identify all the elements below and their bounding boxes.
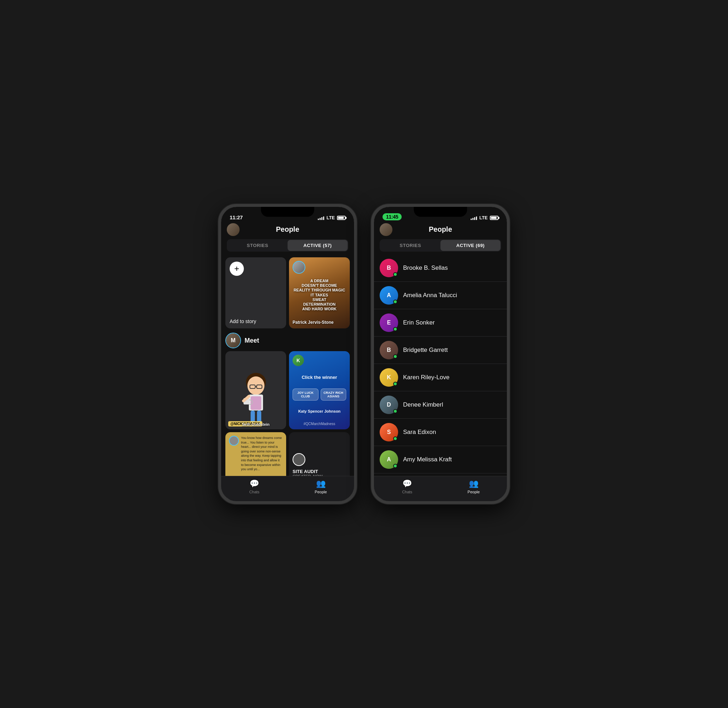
header-avatar-2[interactable]	[380, 223, 392, 236]
amy-online	[393, 464, 397, 468]
meet-row: M Meet	[225, 333, 350, 348]
nav-people-1[interactable]: 👥 People	[287, 479, 354, 494]
brooke-avatar-wrap: B	[380, 259, 398, 277]
text-story-avatar	[229, 436, 239, 446]
poll-options: JOY LUCK CLUB CRAZY RICH ASIANS	[293, 389, 346, 400]
poll-option-2[interactable]: CRAZY RICH ASIANS	[320, 389, 347, 400]
amy-avatar-wrap: A	[380, 450, 398, 469]
chat-icon-2: 💬	[402, 479, 412, 488]
header-1: People	[221, 222, 354, 236]
sara-avatar-wrap: S	[380, 423, 398, 441]
person-brooke[interactable]: B Brooke B. Sellas	[374, 254, 507, 282]
erin-name: Erin Sonker	[403, 319, 435, 326]
erin-avatar-wrap: E	[380, 313, 398, 332]
amy-name: Amy Melissa Kraft	[403, 456, 452, 463]
person-amelia[interactable]: A Amelia Anna Talucci	[374, 282, 507, 309]
status-time-2: 11:45	[383, 213, 402, 221]
page-title-1: People	[276, 225, 299, 234]
dark-card-avatar	[293, 453, 305, 466]
lte-label-2: LTE	[479, 215, 488, 221]
brooke-name: Brooke B. Sellas	[403, 264, 448, 271]
battery-icon-1	[337, 216, 345, 220]
erin-online	[393, 327, 397, 331]
signal-icon-1	[318, 216, 324, 220]
header-avatar-1[interactable]	[227, 223, 239, 236]
denee-avatar-wrap: D	[380, 396, 398, 414]
person-sara[interactable]: S Sara Edixon	[374, 419, 507, 446]
poll-hashtag: #QCMarchMadness	[293, 422, 346, 426]
nav-people-2[interactable]: 👥 People	[441, 479, 507, 494]
person-bridgette[interactable]: B Bridgette Garrett	[374, 337, 507, 364]
amelia-name: Amelia Anna Talucci	[403, 292, 457, 299]
page-title-2: People	[429, 225, 452, 234]
dark-story-card[interactable]: SITE AUDIT CREATED. NOW	[289, 432, 350, 476]
meet-avatar: M	[225, 333, 241, 348]
meet-label: Meet	[245, 337, 259, 344]
katy-name: Katy Spencer Johnson	[293, 409, 346, 413]
brooke-online	[393, 272, 397, 277]
bitmoji-card[interactable]: @NICKYUNACKS Seth Goldstein	[225, 351, 286, 429]
add-story-label: Add to story	[230, 318, 282, 324]
karen-avatar-wrap: K	[380, 368, 398, 387]
poll-title: Click the winner	[293, 374, 346, 380]
text-story-card[interactable]: You know how dreams come true... You lis…	[225, 432, 286, 476]
bridgette-avatar-wrap: B	[380, 341, 398, 359]
person-julia[interactable]: J Julia Simms	[374, 473, 507, 476]
status-time-1: 11:27	[230, 214, 243, 221]
signal-icon-2	[471, 216, 477, 220]
tab-active-2[interactable]: ACTIVE (69)	[441, 240, 500, 251]
status-bar-2: 11:45 LTE	[374, 207, 507, 222]
content-1: + Add to story A DREAMDOESN'T BECOMEREAL…	[221, 254, 354, 476]
phone-1: 11:27 LTE People STO	[218, 204, 357, 504]
nav-people-label-1: People	[315, 490, 327, 494]
bottom-nav-1: 💬 Chats 👥 People	[221, 476, 354, 501]
tab-selector-2: STORIES ACTIVE (69)	[380, 239, 501, 252]
karen-name: Karen Riley-Love	[403, 374, 449, 381]
status-icons-1: LTE	[318, 215, 345, 221]
active-people-list: B Brooke B. Sellas A Amelia Anna Talucci	[374, 254, 507, 476]
seth-name: Seth Goldstein	[242, 422, 270, 427]
denee-online	[393, 409, 397, 413]
bottom-row: You know how dreams come true... You lis…	[225, 432, 350, 476]
meet-grid: @NICKYUNACKS Seth Goldstein K Click the …	[225, 351, 350, 429]
amelia-online	[393, 300, 397, 304]
person-denee[interactable]: D Denee Kimberl	[374, 391, 507, 419]
people-icon-2: 👥	[469, 479, 479, 488]
status-bar-1: 11:27 LTE	[221, 207, 354, 222]
bridgette-name: Bridgette Garrett	[403, 347, 448, 354]
sara-online	[393, 437, 397, 441]
text-story-content: You know how dreams come true... You lis…	[229, 436, 283, 472]
tab-stories-2[interactable]: STORIES	[380, 240, 441, 251]
dark-card-title: SITE AUDIT	[293, 469, 346, 474]
battery-icon-2	[490, 216, 498, 220]
person-erin[interactable]: E Erin Sonker	[374, 309, 507, 337]
nav-people-label-2: People	[467, 490, 480, 494]
header-2: People	[374, 222, 507, 236]
karen-online	[393, 382, 397, 386]
person-karen[interactable]: K Karen Riley-Love	[374, 364, 507, 391]
nav-chats-2[interactable]: 💬 Chats	[374, 479, 441, 494]
patrick-story-card[interactable]: A DREAMDOESN'T BECOMEREALITY THROUGH MAG…	[289, 257, 350, 328]
phone-1-screen: 11:27 LTE People STO	[221, 207, 354, 501]
story-grid-1: + Add to story A DREAMDOESN'T BECOMEREAL…	[225, 257, 350, 328]
poll-avatar: K	[293, 355, 304, 366]
people-icon-1: 👥	[316, 479, 326, 488]
tab-active-1[interactable]: ACTIVE (57)	[287, 240, 348, 251]
poll-option-1[interactable]: JOY LUCK CLUB	[293, 389, 319, 400]
poll-card[interactable]: K Click the winner JOY LUCK CLUB CRAZY R…	[289, 351, 350, 429]
denee-name: Denee Kimberl	[403, 401, 443, 408]
nav-chats-label-2: Chats	[402, 490, 412, 494]
patrick-avatar	[293, 261, 305, 274]
add-story-icon[interactable]: +	[230, 261, 244, 276]
text-story-text: You know how dreams come true... You lis…	[241, 436, 283, 472]
add-story-card[interactable]: + Add to story	[225, 257, 286, 328]
lte-label-1: LTE	[326, 215, 335, 221]
bitmoji-svg	[240, 363, 272, 427]
nav-chats-label-1: Chats	[249, 490, 260, 494]
tab-selector-1: STORIES ACTIVE (57)	[227, 239, 348, 252]
patrick-name: Patrick Jervis-Stone	[293, 320, 346, 325]
tab-stories-1[interactable]: STORIES	[228, 240, 287, 251]
nav-chats-1[interactable]: 💬 Chats	[221, 479, 287, 494]
person-amy[interactable]: A Amy Melissa Kraft	[374, 446, 507, 473]
amelia-avatar-wrap: A	[380, 286, 398, 305]
